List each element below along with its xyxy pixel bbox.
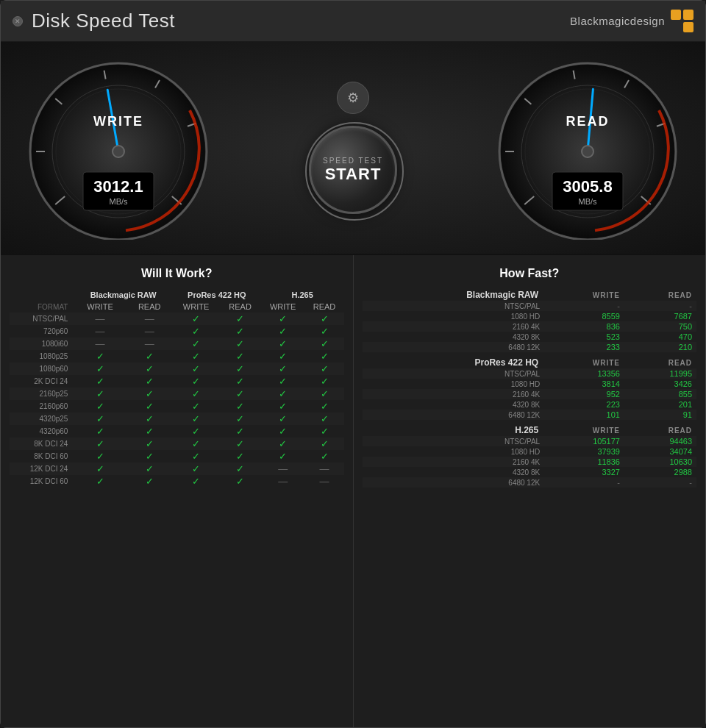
format-label: 4320 8K — [363, 332, 545, 342]
check-icon: ✓ — [192, 338, 200, 349]
check-icon: ✓ — [192, 376, 200, 387]
section-title: Blackmagic RAW — [363, 289, 545, 301]
data-section: Will It Work? Blackmagic RAW ProRes 422 … — [1, 255, 705, 727]
format-label: 6480 12K — [363, 342, 545, 352]
check-icon: ✓ — [321, 451, 329, 462]
check-icon: ✓ — [146, 401, 154, 412]
check-icon: ✓ — [279, 438, 287, 449]
format-label: 720p60 — [10, 325, 74, 338]
brand-name: Blackmagicdesign — [570, 15, 665, 27]
check-icon: ✓ — [96, 451, 104, 462]
check-icon: ✓ — [146, 438, 154, 449]
svg-text:WRITE: WRITE — [93, 114, 143, 129]
table-row: 1080i60——✓✓✓✓ — [10, 338, 344, 350]
check-icon: ✓ — [192, 463, 200, 474]
app-window: ✕ Disk Speed Test Blackmagicdesign — [0, 0, 706, 728]
start-button-action: START — [325, 165, 382, 184]
start-button[interactable]: SPEED TEST START — [309, 126, 397, 214]
start-button-label: SPEED TEST — [323, 157, 383, 165]
check-icon: ✓ — [192, 351, 200, 362]
write-value: 13356 — [597, 369, 620, 378]
write-value: 8559 — [602, 312, 619, 321]
check-icon: ✓ — [146, 413, 154, 424]
app-title: Disk Speed Test — [32, 10, 175, 32]
table-row: NTSC/PAL——✓✓✓✓ — [10, 313, 344, 325]
check-icon: ✓ — [321, 438, 329, 449]
brand-logo: Blackmagicdesign — [570, 10, 693, 32]
dash-value: - — [617, 478, 620, 487]
dash-value: - — [689, 478, 692, 487]
section-header-row: ProRes 422 HQ WRITE READ — [363, 357, 697, 368]
format-label: 1080p25 — [10, 350, 74, 363]
format-label: 4320p25 — [10, 413, 74, 425]
check-icon: ✓ — [192, 438, 200, 449]
braw-read-header: READ — [126, 301, 173, 313]
dash-icon: — — [96, 338, 105, 349]
read-value: 94463 — [669, 437, 692, 446]
check-icon: ✓ — [236, 426, 244, 437]
dash-icon: — — [96, 326, 105, 337]
write-value: 952 — [607, 390, 620, 399]
table-row: 4320p60✓✓✓✓✓✓ — [10, 425, 344, 438]
table-row: 4320 8K 3327 2988 — [363, 467, 697, 477]
title-bar: ✕ Disk Speed Test Blackmagicdesign — [1, 1, 705, 42]
left-panel-title: Will It Work? — [10, 267, 344, 280]
svg-point-12 — [113, 146, 124, 157]
check-icon: ✓ — [192, 326, 200, 337]
format-label: 2160p60 — [10, 400, 74, 413]
section-title: H.265 — [363, 424, 545, 436]
dash-value: - — [617, 301, 620, 310]
table-row: NTSC/PAL 105177 94463 — [363, 436, 697, 446]
check-icon: ✓ — [321, 338, 329, 349]
check-icon: ✓ — [279, 376, 287, 387]
table-row: 2160p60✓✓✓✓✓✓ — [10, 400, 344, 413]
read-value: 3426 — [674, 379, 692, 388]
check-icon: ✓ — [236, 438, 244, 449]
braw-write-header: WRITE — [74, 301, 126, 313]
left-panel: Will It Work? Blackmagic RAW ProRes 422 … — [1, 255, 354, 727]
table-row: 1080 HD 8559 7687 — [363, 311, 697, 321]
check-icon: ✓ — [146, 426, 154, 437]
format-label: 6480 12K — [363, 410, 545, 420]
close-button[interactable]: ✕ — [13, 16, 23, 26]
format-label: 2K DCI 24 — [10, 375, 74, 388]
table-row: 4320p25✓✓✓✓✓✓ — [10, 413, 344, 425]
check-icon: ✓ — [146, 451, 154, 462]
write-col-header: WRITE — [544, 357, 624, 368]
check-icon: ✓ — [321, 388, 329, 399]
check-icon: ✓ — [236, 351, 244, 362]
prores-read-header: READ — [219, 301, 260, 313]
brand-icon — [671, 10, 693, 32]
format-label: 4320 8K — [363, 467, 545, 477]
check-icon: ✓ — [321, 363, 329, 374]
check-icon: ✓ — [236, 388, 244, 399]
check-icon: ✓ — [146, 388, 154, 399]
format-label: NTSC/PAL — [10, 313, 74, 325]
check-icon: ✓ — [96, 463, 104, 474]
format-label: 1080p60 — [10, 363, 74, 375]
read-value: 2988 — [674, 468, 692, 477]
dash-icon: — — [145, 326, 154, 337]
prores-write-header: WRITE — [173, 301, 220, 313]
table-row: 8K DCI 60✓✓✓✓✓✓ — [10, 450, 344, 463]
write-col-header: WRITE — [544, 424, 624, 436]
check-icon: ✓ — [321, 326, 329, 337]
section-title: ProRes 422 HQ — [363, 357, 545, 368]
right-panel: How Fast? Blackmagic RAW WRITE READ NTSC… — [354, 255, 706, 727]
dash-icon: — — [320, 476, 329, 487]
format-label: 4320p60 — [10, 425, 74, 438]
table-row: 6480 12K 101 91 — [363, 410, 697, 420]
svg-text:MB/s: MB/s — [578, 197, 597, 206]
check-icon: ✓ — [236, 363, 244, 374]
check-icon: ✓ — [192, 413, 200, 424]
write-value: 101 — [607, 410, 620, 419]
settings-button[interactable]: ⚙ — [337, 82, 369, 114]
format-label: 2160p25 — [10, 388, 74, 400]
check-icon: ✓ — [236, 376, 244, 387]
check-icon: ✓ — [236, 451, 244, 462]
read-col-header: READ — [624, 357, 696, 368]
check-icon: ✓ — [96, 476, 104, 487]
check-icon: ✓ — [279, 426, 287, 437]
check-icon: ✓ — [96, 413, 104, 424]
spacer-row — [363, 488, 697, 492]
